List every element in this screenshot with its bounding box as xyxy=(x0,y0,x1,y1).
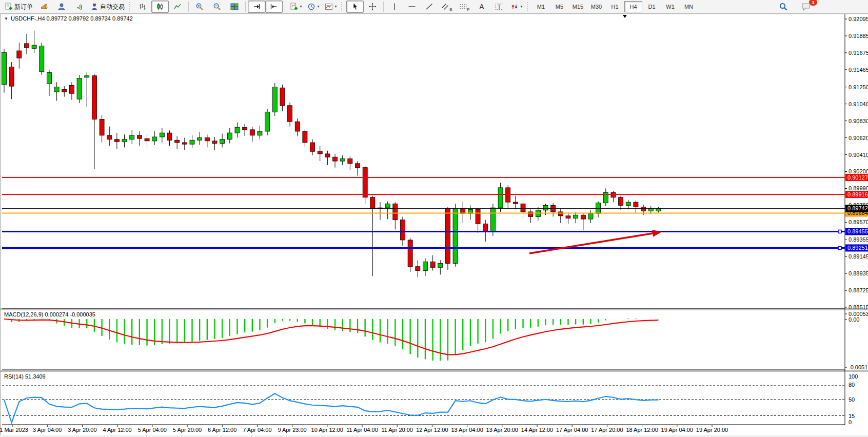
time-tick-label: 6 Apr 12:00 xyxy=(208,427,236,433)
candle-body xyxy=(476,209,480,224)
line-chart-button[interactable] xyxy=(169,1,186,13)
vertical-line-button[interactable] xyxy=(386,1,403,13)
candle-body xyxy=(243,127,247,130)
autotrading-label: 自动交易 xyxy=(100,3,125,11)
candle-body xyxy=(656,208,661,211)
price-tick-label: 0.89145 xyxy=(849,253,868,260)
time-tick-label: 11 Apr 20:00 xyxy=(381,427,413,433)
candle-body xyxy=(167,133,172,140)
cursor-button[interactable] xyxy=(346,1,364,13)
chart-shift-button[interactable] xyxy=(265,1,283,13)
chart-title[interactable]: ▼ USDCHF-,H4 0.89772 0.89792 0.89734 0.8… xyxy=(4,15,133,22)
time-tick-label: 5 Apr 04:00 xyxy=(138,427,167,433)
tf-button-D1[interactable]: D1 xyxy=(643,1,661,12)
candle-body xyxy=(100,119,104,135)
templates-icon xyxy=(325,3,333,11)
candle-body xyxy=(303,131,307,143)
autotrading-button[interactable]: 自动交易 xyxy=(88,1,127,13)
tf-button-MN[interactable]: MN xyxy=(680,1,698,12)
rsi-indicator-label: RSI(14) 51.3409 xyxy=(4,373,46,380)
arrows-tool-button[interactable]: ▾ xyxy=(508,1,525,13)
candle-body xyxy=(145,138,149,141)
candle-body xyxy=(483,224,488,232)
vertical-line-icon xyxy=(390,3,399,11)
tf-button-M15[interactable]: M15 xyxy=(569,1,587,12)
candle-body xyxy=(265,112,270,131)
notification-badge: 1 xyxy=(808,0,818,6)
zoom-in-icon xyxy=(195,3,204,11)
arrows-tool-icon xyxy=(510,3,519,11)
candle-body xyxy=(393,204,398,220)
signal-button[interactable] xyxy=(70,1,88,13)
line-endpoint-handle[interactable] xyxy=(838,246,841,249)
price-tick-label: 0.91250 xyxy=(849,84,868,90)
search-button[interactable] xyxy=(775,1,792,13)
tf-button-M1[interactable]: M1 xyxy=(532,1,550,12)
candle-body xyxy=(85,76,89,77)
equidistant-channel-button[interactable]: E xyxy=(438,1,456,13)
new-order-button[interactable]: 新订单 xyxy=(2,1,35,13)
time-tick-label: 14 Apr 12:00 xyxy=(521,427,553,433)
status-strip xyxy=(0,435,868,437)
candlestick-chart-button[interactable] xyxy=(151,1,169,13)
candle-body xyxy=(114,140,119,142)
channel-sub-label: E xyxy=(449,7,452,12)
tf-button-W1[interactable]: W1 xyxy=(661,1,679,12)
zoom-in-button[interactable] xyxy=(191,1,208,13)
trendline-button[interactable] xyxy=(421,1,438,13)
toolbar-separator xyxy=(285,2,285,12)
toolbar-separator xyxy=(383,2,384,12)
candle-body xyxy=(160,133,164,137)
toolbar-grip[interactable] xyxy=(129,2,132,11)
rsi-axis-label: 100 xyxy=(849,373,858,380)
tf-button-H4[interactable]: H4 xyxy=(624,1,642,12)
tf-button-M30[interactable]: M30 xyxy=(587,1,605,12)
tile-windows-icon xyxy=(230,3,239,11)
fibonacci-button[interactable]: F xyxy=(456,1,473,13)
auto-scroll-button[interactable] xyxy=(248,1,265,13)
community-button[interactable] xyxy=(53,1,70,13)
price-badge-label: 0.89455 xyxy=(847,228,868,234)
time-tick-label: 13 Apr 20:00 xyxy=(486,427,518,433)
bar-chart-button[interactable] xyxy=(134,1,151,13)
price-tick-label: 0.91465 xyxy=(849,67,868,73)
cursor-icon xyxy=(351,3,359,11)
candle-body xyxy=(513,202,518,204)
candle-body xyxy=(198,138,202,141)
chart-canvas[interactable]: 0.920950.918850.916750.914650.912500.910… xyxy=(0,0,868,437)
candle-body xyxy=(641,207,646,211)
candle-body xyxy=(258,131,262,135)
candle-body xyxy=(250,130,254,135)
candle-body xyxy=(363,168,367,197)
toolbar-right-group: 1 xyxy=(775,1,815,13)
periods-button[interactable]: ▾ xyxy=(305,1,322,13)
chart-shift-icon xyxy=(270,3,278,11)
notifications-button[interactable]: 1 xyxy=(797,1,815,13)
new-order-icon xyxy=(5,3,13,11)
tf-button-M5[interactable]: M5 xyxy=(550,1,568,12)
candle-body xyxy=(130,135,134,140)
toolbar-grip[interactable] xyxy=(341,2,345,11)
templates-button[interactable]: ▾ xyxy=(322,1,340,13)
candle-body xyxy=(325,154,330,157)
crosshair-button[interactable] xyxy=(364,1,381,13)
zoom-out-button[interactable] xyxy=(208,1,226,13)
price-tick-label: 0.88515 xyxy=(849,304,868,310)
text-button[interactable]: A xyxy=(473,1,490,13)
toolbar-grip[interactable] xyxy=(527,2,530,11)
line-endpoint-handle[interactable] xyxy=(838,230,841,233)
chart-background[interactable] xyxy=(0,13,868,435)
rsi-axis-label: 0 xyxy=(849,419,852,425)
tf-button-H1[interactable]: H1 xyxy=(606,1,624,12)
indicators-button[interactable]: ▾ xyxy=(287,1,305,13)
candle-body xyxy=(280,88,285,106)
horizontal-line-button[interactable] xyxy=(403,1,421,13)
candle-body xyxy=(17,51,22,58)
candle-body xyxy=(423,262,427,270)
styler-button[interactable] xyxy=(35,1,53,13)
candle-body xyxy=(182,143,187,144)
tile-windows-button[interactable] xyxy=(226,1,243,13)
candle-body xyxy=(62,89,67,92)
text-label-button[interactable]: T xyxy=(490,1,508,13)
candle-body xyxy=(152,137,157,141)
